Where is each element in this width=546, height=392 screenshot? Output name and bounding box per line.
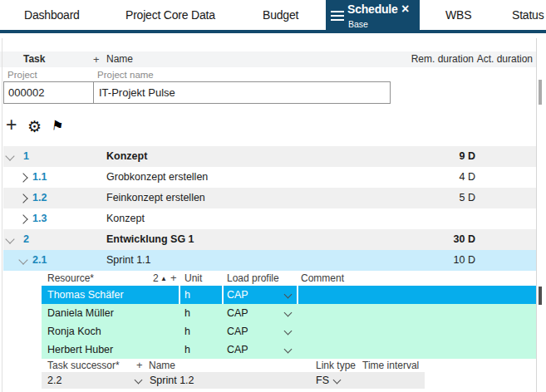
sort-ascending-icon[interactable]: ▲ — [160, 272, 167, 287]
load-profile-select[interactable]: CAP — [227, 322, 248, 341]
vertical-scrollbar-thumb-inner[interactable] — [539, 287, 542, 305]
schedule-app-window: Dashboard Project Core Data Budget Sched… — [0, 0, 546, 392]
chevron-right-icon[interactable] — [18, 194, 27, 203]
add-task-button[interactable]: + — [6, 114, 17, 136]
task-row[interactable]: 1.3 Konzept — [3, 208, 536, 229]
column-header-link-type[interactable]: Link type — [316, 359, 356, 372]
chevron-down-icon[interactable] — [333, 376, 342, 385]
tab-status[interactable]: Status — [512, 0, 544, 30]
column-header-task-successor[interactable]: Task successor* — [47, 359, 120, 372]
task-toolbar: + ⚙ ⚑ — [0, 116, 249, 140]
task-row[interactable]: 2 Entwicklung SG 1 30 D — [3, 229, 536, 250]
resource-row[interactable]: Herbert Huber h CAP — [42, 341, 536, 359]
project-field-labels: Project Project name — [0, 69, 536, 81]
resource-table-header: Resource* 2 ▲ + Unit Load profile Commen… — [0, 271, 536, 286]
successor-row[interactable]: 2.2 Sprint 1.2 FS — [42, 372, 425, 389]
project-name-label: Project name — [97, 69, 154, 81]
column-header-unit[interactable]: Unit — [184, 271, 202, 286]
chevron-down-icon[interactable] — [284, 345, 293, 354]
load-profile-select[interactable]: CAP — [227, 304, 248, 322]
resource-unit[interactable]: h — [184, 286, 190, 304]
resource-unit[interactable]: h — [184, 322, 190, 341]
chevron-down-icon[interactable] — [284, 291, 293, 299]
chevron-down-icon[interactable] — [284, 309, 293, 317]
column-header-act-duration[interactable]: Act. duration — [477, 51, 533, 67]
task-name: Konzept — [106, 146, 147, 167]
resource-row-selected[interactable]: Thomas Schäfer h CAP — [42, 286, 536, 304]
task-duration: 5 D — [460, 188, 475, 208]
tab-bar: Dashboard Project Core Data Budget Sched… — [0, 0, 546, 33]
add-successor-button[interactable]: + — [136, 359, 143, 372]
add-resource-button[interactable]: + — [170, 271, 177, 286]
task-name: Feinkonzept erstellen — [106, 188, 205, 208]
tab-budget[interactable]: Budget — [263, 0, 298, 30]
chevron-down-icon[interactable] — [5, 151, 14, 160]
task-number: 1.3 — [32, 208, 47, 229]
chevron-down-icon[interactable] — [135, 376, 143, 385]
project-input-row: 000002 IT-Projekt Pulse — [3, 81, 391, 104]
resource-unit[interactable]: h — [184, 341, 190, 359]
cell-divider — [297, 286, 298, 304]
tab-wbs[interactable]: WBS — [445, 0, 471, 30]
resource-name: Herbert Huber — [47, 341, 113, 359]
chevron-right-icon[interactable] — [18, 173, 27, 182]
task-number: 1.1 — [32, 167, 47, 188]
task-duration: 10 D — [454, 250, 475, 271]
resource-unit[interactable]: h — [184, 304, 190, 322]
sort-count: 2 — [153, 271, 159, 286]
task-row-selected[interactable]: 2.1 Sprint 1.1 10 D — [3, 250, 536, 271]
chevron-right-icon[interactable] — [18, 214, 27, 223]
resource-name: Daniela Müller — [47, 304, 114, 322]
task-number: 1.2 — [32, 188, 47, 208]
close-icon[interactable]: × — [401, 2, 409, 17]
cell-divider — [222, 286, 224, 304]
task-duration: 9 D — [460, 146, 475, 167]
tab-dashboard[interactable]: Dashboard — [24, 0, 80, 30]
load-profile-select[interactable]: CAP — [227, 286, 248, 304]
task-duration: 30 D — [454, 229, 475, 250]
grid-column-header: Task + Name Rem. duration Act. duration — [0, 51, 536, 67]
column-header-name[interactable]: Name — [149, 359, 175, 372]
flag-icon[interactable]: ⚑ — [51, 117, 65, 135]
column-header-task[interactable]: Task — [23, 51, 45, 67]
project-name-field[interactable]: IT-Projekt Pulse — [95, 82, 390, 103]
successor-id-select[interactable]: 2.2 — [47, 372, 61, 389]
panel-left-border — [2, 38, 2, 392]
tab-bar-underline — [0, 30, 546, 33]
task-name: Konzept — [106, 208, 145, 229]
task-duration: 4 D — [460, 167, 475, 188]
resource-row[interactable]: Ronja Koch h CAP — [42, 322, 536, 341]
tab-schedule[interactable]: Schedule × Base — [326, 0, 420, 33]
load-profile-select[interactable]: CAP — [227, 341, 248, 359]
task-row[interactable]: 1.1 Grobkonzept erstellen 4 D — [3, 167, 536, 188]
task-name: Entwicklung SG 1 — [106, 229, 194, 250]
tab-schedule-sublabel: Base — [348, 19, 368, 29]
task-row[interactable]: 1.2 Feinkonzept erstellen 5 D — [3, 188, 536, 208]
project-id-field[interactable]: 000002 — [4, 82, 94, 103]
column-header-comment[interactable]: Comment — [301, 271, 344, 286]
task-name: Grobkonzept erstellen — [106, 167, 208, 188]
task-number: 1 — [23, 146, 29, 167]
resource-row[interactable]: Daniela Müller h CAP — [42, 304, 536, 322]
chevron-down-icon[interactable] — [18, 255, 27, 264]
resource-name: Thomas Schäfer — [47, 286, 124, 304]
add-column-icon[interactable]: + — [93, 51, 100, 67]
tab-project-core-data[interactable]: Project Core Data — [125, 0, 215, 30]
column-header-load-profile[interactable]: Load profile — [227, 271, 279, 286]
gear-icon[interactable]: ⚙ — [27, 117, 42, 136]
successor-table-header: Task successor* + Name Link type Time in… — [0, 359, 536, 372]
link-type-select[interactable]: FS — [316, 372, 329, 389]
chevron-down-icon[interactable] — [5, 234, 14, 243]
column-header-name[interactable]: Name — [106, 51, 133, 67]
column-header-rem-duration[interactable]: Rem. duration — [411, 51, 474, 67]
vertical-scrollbar-thumb[interactable] — [539, 80, 542, 105]
task-row[interactable]: 1 Konzept 9 D — [3, 146, 536, 167]
chevron-down-icon[interactable] — [284, 327, 293, 336]
successor-name: Sprint 1.2 — [150, 372, 194, 389]
column-header-resource[interactable]: Resource* — [47, 271, 94, 286]
column-header-time-interval[interactable]: Time interval — [362, 359, 419, 372]
project-label: Project — [7, 69, 37, 81]
task-number: 2.1 — [32, 250, 47, 271]
menu-icon[interactable] — [331, 11, 344, 21]
tab-schedule-label: Schedule — [347, 2, 398, 16]
